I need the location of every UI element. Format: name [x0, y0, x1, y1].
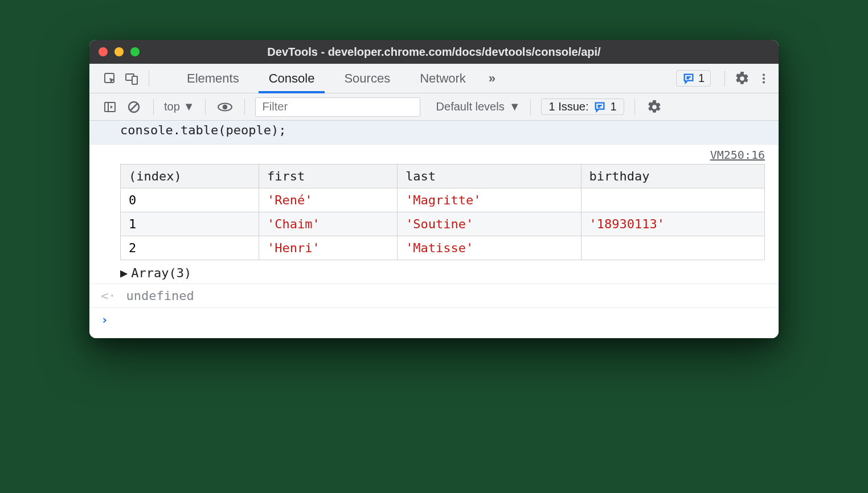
- array-expand[interactable]: ▶ Array(3): [89, 262, 779, 284]
- col-birthday[interactable]: birthday: [581, 165, 764, 188]
- array-summary-label: Array(3): [131, 266, 191, 280]
- clear-console-icon[interactable]: [125, 98, 143, 116]
- svg-point-4: [763, 77, 765, 79]
- console-prompt[interactable]: ›: [89, 308, 779, 338]
- sidebar-toggle-icon[interactable]: [101, 98, 119, 116]
- traffic-lights: [99, 47, 140, 56]
- separator: [244, 99, 245, 115]
- devtools-window: DevTools - developer.chrome.com/docs/dev…: [89, 40, 779, 338]
- separator: [153, 99, 154, 115]
- return-arrow-icon: <·: [101, 289, 116, 303]
- chevron-down-icon: ▼: [183, 100, 195, 113]
- cell-last: 'Matisse': [398, 236, 581, 260]
- return-row: <· undefined: [89, 284, 779, 308]
- tab-sources[interactable]: Sources: [329, 64, 405, 93]
- table-row[interactable]: 2 'Henri' 'Matisse': [121, 236, 765, 260]
- cell-first: 'Henri': [259, 236, 398, 260]
- maximize-icon[interactable]: [130, 47, 140, 56]
- source-link[interactable]: VM250:16: [89, 145, 779, 163]
- console-toolbar: top ▼ Default levels ▼ 1 Issue: 1: [89, 93, 779, 121]
- message-icon: [682, 72, 695, 85]
- console-input-echo: console.table(people);: [89, 121, 779, 145]
- svg-rect-6: [105, 102, 115, 112]
- cell-index: 0: [121, 188, 259, 212]
- cell-birthday: '18930113': [581, 212, 764, 236]
- main-toolbar: Elements Console Sources Network » 1: [89, 64, 779, 93]
- tab-elements[interactable]: Elements: [172, 64, 254, 93]
- more-menu-icon[interactable]: [755, 69, 773, 88]
- cell-birthday: [581, 188, 764, 212]
- device-toolbar-icon[interactable]: [122, 69, 141, 88]
- table-row[interactable]: 0 'René' 'Magritte': [121, 188, 765, 212]
- cell-last: 'Soutine': [398, 212, 581, 236]
- levels-label: Default levels: [436, 100, 505, 113]
- chevron-down-icon: ▼: [509, 100, 521, 113]
- close-icon[interactable]: [99, 47, 108, 56]
- messages-count: 1: [698, 72, 705, 85]
- more-tabs-icon[interactable]: »: [481, 64, 503, 93]
- col-first[interactable]: first: [259, 165, 398, 188]
- issues-button[interactable]: 1 Issue: 1: [541, 98, 624, 115]
- issues-count: 1: [611, 100, 617, 113]
- col-index[interactable]: (index): [121, 165, 259, 188]
- cell-last: 'Magritte': [398, 188, 581, 212]
- prompt-chevron-icon: ›: [101, 313, 108, 327]
- table-row[interactable]: 1 'Chaim' 'Soutine' '18930113': [121, 212, 765, 236]
- minimize-icon[interactable]: [114, 47, 124, 56]
- cell-first: 'Chaim': [259, 212, 398, 236]
- settings-icon[interactable]: [733, 69, 751, 88]
- separator: [149, 71, 149, 87]
- cell-first: 'René': [259, 188, 398, 212]
- context-selector[interactable]: top ▼: [164, 100, 195, 113]
- filter-input[interactable]: [255, 97, 420, 117]
- tab-strip: Elements Console Sources Network »: [172, 64, 503, 93]
- log-levels-selector[interactable]: Default levels ▼: [436, 100, 521, 113]
- table-header-row: (index) first last birthday: [121, 165, 765, 188]
- cell-birthday: [581, 236, 764, 260]
- cell-index: 1: [121, 212, 259, 236]
- triangle-right-icon: ▶: [120, 266, 128, 280]
- separator: [634, 99, 635, 115]
- svg-point-3: [763, 73, 765, 76]
- svg-rect-2: [132, 76, 137, 84]
- tab-network[interactable]: Network: [405, 64, 481, 93]
- console-output: console.table(people); VM250:16 (index) …: [89, 121, 779, 338]
- console-settings-icon[interactable]: [645, 98, 664, 116]
- separator: [724, 71, 725, 87]
- message-icon: [593, 101, 606, 113]
- return-value: undefined: [126, 289, 194, 303]
- col-last[interactable]: last: [398, 165, 581, 188]
- titlebar: DevTools - developer.chrome.com/docs/dev…: [89, 40, 779, 64]
- console-table: (index) first last birthday 0 'René' 'Ma…: [120, 164, 765, 260]
- live-expression-icon[interactable]: [216, 98, 234, 116]
- messages-button[interactable]: 1: [676, 70, 711, 87]
- cell-index: 2: [121, 236, 259, 260]
- separator: [205, 99, 206, 115]
- separator: [530, 99, 531, 115]
- window-title: DevTools - developer.chrome.com/docs/dev…: [89, 46, 779, 59]
- inspect-element-icon[interactable]: [101, 69, 119, 88]
- tab-console[interactable]: Console: [254, 64, 330, 93]
- svg-point-9: [222, 104, 227, 109]
- svg-point-5: [763, 81, 765, 83]
- issues-label: 1 Issue:: [548, 100, 588, 113]
- context-label: top: [164, 100, 180, 113]
